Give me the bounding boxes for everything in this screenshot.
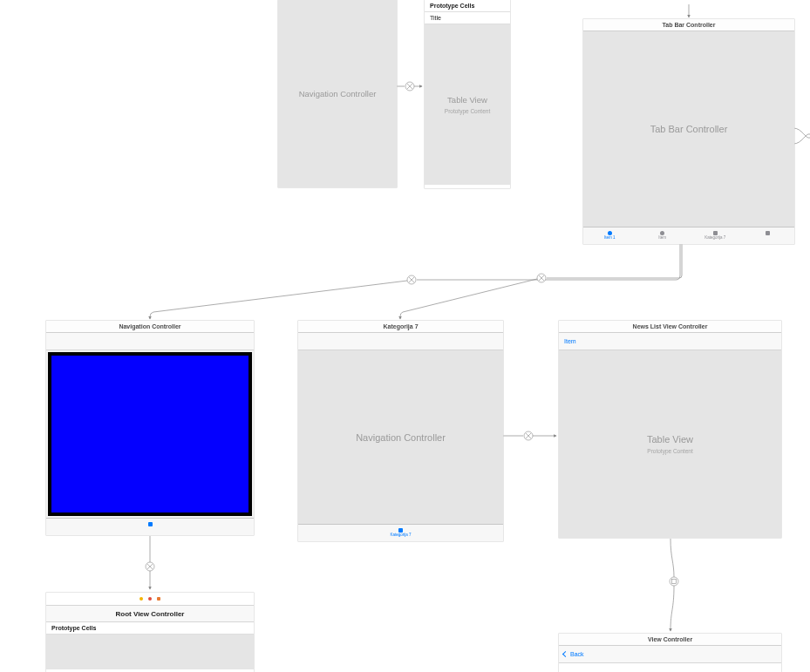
svg-point-5	[670, 577, 678, 586]
view-controller-title: View Controller	[559, 634, 781, 646]
kategorija-nav-scene[interactable]: Kategorija 7 Navigation Controller Kateg…	[298, 321, 503, 541]
table-view-sublabel: Prototype Content	[445, 108, 490, 114]
tab-bar: Item 1ItemKategorija 7	[583, 227, 794, 244]
nav-controller-blue-title: Navigation Controller	[46, 321, 254, 333]
tab-bar-controller-title: Tab Bar Controller	[583, 19, 794, 31]
segue-kategorija-to-newslist	[503, 431, 556, 440]
square-icon	[148, 522, 153, 526]
blue-content-view	[48, 352, 252, 516]
dock-traffic-square-icon	[157, 597, 160, 601]
tab-item-item[interactable]: Item	[636, 231, 690, 241]
nav-blue-tab-bar	[46, 518, 254, 535]
news-list-scene[interactable]: News List View Controller Item Table Vie…	[559, 321, 781, 538]
square-icon	[766, 231, 770, 235]
top-navigation-controller-body[interactable]: Navigation Controller	[278, 0, 397, 187]
svg-point-0	[405, 82, 414, 91]
tab-item-item-1[interactable]: Item 1	[583, 231, 636, 241]
segue-tabbar-to-nav-blue	[150, 244, 680, 319]
dock-traffic-yellow-icon	[140, 597, 143, 601]
view-controller-navbar: Back	[559, 646, 781, 663]
root-vc-prototype-header: Prototype Cells	[46, 622, 254, 635]
kategorija-tab-bar: Kategorija 7	[298, 524, 503, 541]
root-view-controller-scene[interactable]: Root View Controller Prototype Cells	[46, 593, 254, 672]
tab-bar-controller-scene[interactable]: Tab Bar Controller Tab Bar Controller It…	[583, 19, 794, 244]
svg-point-1	[407, 275, 416, 284]
tab-item-label: Item	[658, 236, 666, 241]
prototype-cells-header: Prototype Cells	[425, 0, 510, 12]
back-button[interactable]: Back	[563, 651, 584, 657]
svg-point-4	[146, 562, 154, 571]
dock-traffic-red-icon	[148, 597, 152, 601]
tab-item-label: Item 1	[604, 236, 616, 241]
tab-item-kategorija[interactable]: Kategorija 7	[298, 528, 503, 538]
nav-controller-label: Navigation Controller	[299, 89, 377, 98]
news-list-title: News List View Controller	[559, 321, 781, 333]
tab-item-unnamed[interactable]	[742, 231, 795, 241]
segue-top-nav-to-table	[397, 82, 422, 91]
tab-bar-controller-body-label: Tab Bar Controller	[650, 124, 728, 134]
svg-rect-6	[672, 580, 677, 584]
news-list-tv-label: Table View	[647, 434, 693, 445]
svg-point-2	[537, 274, 546, 282]
tab-item-kategorija-7[interactable]: Kategorija 7	[689, 231, 742, 241]
segue-navblue-to-rootvc	[146, 536, 154, 589]
segue-tabbar-to-kategorija	[400, 244, 682, 319]
prototype-cell-title[interactable]: Title	[425, 12, 510, 24]
navigation-controller-blue-scene[interactable]: Navigation Controller	[46, 321, 254, 535]
segue-newslist-to-vc	[670, 539, 678, 631]
root-vc-navbar-title: Root View Controller	[46, 605, 254, 622]
view-controller-scene[interactable]: View Controller Back	[559, 634, 781, 672]
table-view-label: Table View	[447, 95, 487, 105]
kategorija-body-label: Navigation Controller	[356, 432, 446, 443]
chevron-left-icon	[562, 651, 568, 657]
tab-item-label: Kategorija 7	[704, 236, 725, 241]
top-table-view-scene[interactable]: Prototype Cells Title Table View Prototy…	[425, 0, 510, 188]
kategorija-title: Kategorija 7	[298, 321, 503, 333]
news-list-navbar-item[interactable]: Item	[564, 338, 576, 344]
root-vc-dock	[46, 593, 254, 605]
news-list-tv-sublabel: Prototype Content	[647, 448, 692, 454]
tab-item-selected[interactable]	[46, 522, 254, 532]
svg-point-3	[524, 431, 533, 440]
